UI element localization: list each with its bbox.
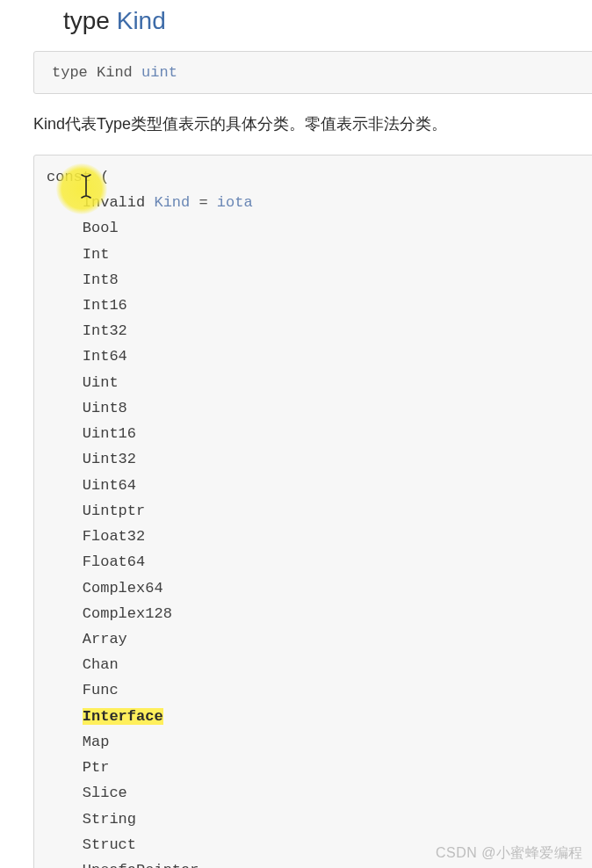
description-text: Kind代表Type类型值表示的具体分类。零值表示非法分类。	[33, 112, 592, 137]
type-declaration-block: type Kind uint	[33, 51, 592, 94]
const-invalid: Invalid	[83, 194, 145, 211]
const-complex128: Complex128	[83, 605, 172, 622]
const-int8: Int8	[83, 271, 119, 288]
const-map: Map	[83, 734, 110, 750]
const-slice: Slice	[83, 785, 127, 801]
const-uint64: Uint64	[83, 477, 136, 494]
watermark-text: CSDN @小蜜蜂爱编程	[436, 844, 583, 863]
equals-op: =	[199, 194, 207, 211]
const-kind-type: Kind	[154, 194, 190, 211]
const-uint8: Uint8	[83, 400, 127, 416]
type-heading: type Kind	[63, 7, 592, 35]
keyword-type: type	[63, 7, 110, 34]
const-ptr: Ptr	[83, 759, 110, 776]
const-uint: Uint	[83, 374, 119, 391]
const-int16: Int16	[83, 297, 127, 314]
iota-kw: iota	[217, 194, 253, 211]
const-int64: Int64	[83, 348, 127, 365]
const-unsafepointer: UnsafePointer	[83, 862, 199, 868]
decl-name: Kind	[97, 64, 133, 81]
const-bool: Bool	[83, 220, 119, 236]
const-uint32: Uint32	[83, 451, 136, 467]
const-struct: Struct	[83, 836, 136, 853]
doc-page: type Kind type Kind uint Kind代表Type类型值表示…	[0, 0, 592, 868]
const-block: const ( Invalid Kind = iota Bool Int Int…	[33, 155, 592, 868]
const-array: Array	[83, 631, 127, 647]
const-open: const (	[47, 169, 109, 185]
const-float64: Float64	[83, 553, 145, 570]
const-int32: Int32	[83, 322, 127, 339]
const-uint16: Uint16	[83, 425, 136, 442]
type-name-kind: Kind	[117, 7, 166, 34]
const-uintptr: Uintptr	[83, 503, 145, 519]
decl-keyword: type	[52, 64, 88, 81]
const-float32: Float32	[83, 528, 145, 545]
const-interface-highlighted: Interface	[83, 708, 163, 725]
const-int: Int	[83, 246, 110, 263]
const-chan: Chan	[83, 656, 119, 673]
const-string: String	[83, 811, 136, 828]
const-complex64: Complex64	[83, 580, 163, 597]
const-func: Func	[83, 682, 119, 698]
decl-basetype: uint	[141, 64, 177, 81]
